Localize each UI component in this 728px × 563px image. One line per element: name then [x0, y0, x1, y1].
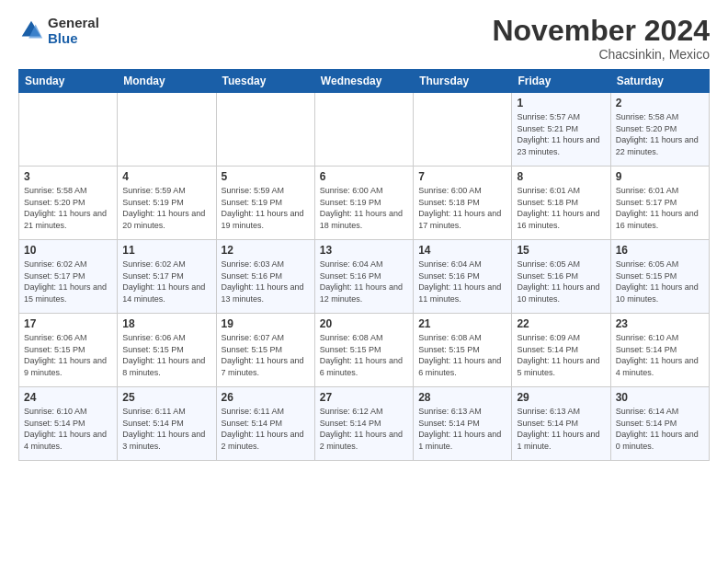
day-number: 17: [24, 317, 112, 330]
day-info: Sunrise: 5:59 AM Sunset: 5:19 PM Dayligh…: [222, 185, 310, 231]
day-info: Sunrise: 6:04 AM Sunset: 5:16 PM Dayligh…: [320, 259, 408, 304]
table-cell: 15Sunrise: 6:05 AM Sunset: 5:16 PM Dayli…: [512, 240, 610, 314]
table-cell: 22Sunrise: 6:09 AM Sunset: 5:14 PM Dayli…: [512, 314, 610, 387]
col-thursday: Thursday: [414, 70, 512, 93]
day-number: 8: [517, 170, 605, 183]
day-number: 7: [418, 170, 506, 183]
day-info: Sunrise: 6:00 AM Sunset: 5:19 PM Dayligh…: [320, 185, 408, 231]
day-info: Sunrise: 5:58 AM Sunset: 5:20 PM Dayligh…: [24, 185, 112, 231]
calendar-header-row: Sunday Monday Tuesday Wednesday Thursday…: [19, 70, 710, 93]
logo: General Blue: [18, 15, 99, 46]
day-number: 2: [616, 97, 704, 109]
week-row-4: 17Sunrise: 6:06 AM Sunset: 5:15 PM Dayli…: [19, 314, 710, 387]
table-cell: 12Sunrise: 6:03 AM Sunset: 5:16 PM Dayli…: [216, 240, 314, 314]
day-info: Sunrise: 6:10 AM Sunset: 5:14 PM Dayligh…: [24, 406, 112, 452]
header: General Blue November 2024 Chacsinkin, M…: [18, 15, 710, 62]
table-cell: [19, 93, 118, 167]
day-number: 22: [517, 317, 605, 330]
col-tuesday: Tuesday: [216, 70, 314, 93]
day-info: Sunrise: 6:06 AM Sunset: 5:15 PM Dayligh…: [122, 332, 210, 378]
day-number: 11: [122, 244, 210, 257]
day-number: 13: [320, 244, 408, 257]
table-cell: [216, 93, 314, 167]
day-info: Sunrise: 6:05 AM Sunset: 5:15 PM Dayligh…: [616, 259, 704, 304]
table-cell: 28Sunrise: 6:13 AM Sunset: 5:14 PM Dayli…: [414, 387, 512, 461]
day-info: Sunrise: 6:10 AM Sunset: 5:14 PM Dayligh…: [616, 332, 704, 378]
day-info: Sunrise: 6:02 AM Sunset: 5:17 PM Dayligh…: [122, 259, 210, 304]
day-number: 25: [122, 391, 210, 404]
day-info: Sunrise: 6:11 AM Sunset: 5:14 PM Dayligh…: [122, 406, 210, 452]
day-info: Sunrise: 5:59 AM Sunset: 5:19 PM Dayligh…: [122, 185, 210, 231]
day-number: 4: [122, 170, 210, 183]
day-number: 18: [122, 317, 210, 330]
day-info: Sunrise: 6:01 AM Sunset: 5:17 PM Dayligh…: [616, 185, 704, 231]
day-number: 29: [517, 391, 605, 404]
table-cell: 25Sunrise: 6:11 AM Sunset: 5:14 PM Dayli…: [118, 387, 216, 461]
table-cell: 16Sunrise: 6:05 AM Sunset: 5:15 PM Dayli…: [610, 240, 709, 314]
day-number: 19: [222, 317, 310, 330]
month-title: November 2024: [492, 15, 710, 47]
table-cell: [314, 93, 413, 167]
day-number: 21: [418, 317, 506, 330]
day-info: Sunrise: 6:14 AM Sunset: 5:14 PM Dayligh…: [616, 406, 704, 452]
day-info: Sunrise: 6:04 AM Sunset: 5:16 PM Dayligh…: [418, 259, 506, 304]
logo-text: General Blue: [48, 15, 99, 46]
table-cell: 20Sunrise: 6:08 AM Sunset: 5:15 PM Dayli…: [314, 314, 413, 387]
table-cell: 4Sunrise: 5:59 AM Sunset: 5:19 PM Daylig…: [118, 167, 216, 240]
day-number: 15: [517, 244, 605, 257]
table-cell: 29Sunrise: 6:13 AM Sunset: 5:14 PM Dayli…: [512, 387, 610, 461]
page: General Blue November 2024 Chacsinkin, M…: [0, 0, 728, 563]
day-info: Sunrise: 6:11 AM Sunset: 5:14 PM Dayligh…: [222, 406, 310, 452]
week-row-2: 3Sunrise: 5:58 AM Sunset: 5:20 PM Daylig…: [19, 167, 710, 240]
table-cell: 3Sunrise: 5:58 AM Sunset: 5:20 PM Daylig…: [19, 167, 118, 240]
table-cell: 24Sunrise: 6:10 AM Sunset: 5:14 PM Dayli…: [19, 387, 118, 461]
table-cell: 18Sunrise: 6:06 AM Sunset: 5:15 PM Dayli…: [118, 314, 216, 387]
day-info: Sunrise: 6:05 AM Sunset: 5:16 PM Dayligh…: [517, 259, 605, 304]
table-cell: [414, 93, 512, 167]
day-number: 20: [320, 317, 408, 330]
col-monday: Monday: [118, 70, 216, 93]
day-number: 10: [24, 244, 112, 257]
day-info: Sunrise: 6:09 AM Sunset: 5:14 PM Dayligh…: [517, 332, 605, 378]
day-info: Sunrise: 6:08 AM Sunset: 5:15 PM Dayligh…: [418, 332, 506, 378]
day-number: 26: [222, 391, 310, 404]
day-info: Sunrise: 6:03 AM Sunset: 5:16 PM Dayligh…: [222, 259, 310, 304]
table-cell: 30Sunrise: 6:14 AM Sunset: 5:14 PM Dayli…: [610, 387, 709, 461]
day-info: Sunrise: 5:57 AM Sunset: 5:21 PM Dayligh…: [517, 111, 605, 157]
day-info: Sunrise: 6:06 AM Sunset: 5:15 PM Dayligh…: [24, 332, 112, 378]
day-info: Sunrise: 5:58 AM Sunset: 5:20 PM Dayligh…: [616, 111, 704, 157]
table-cell: 26Sunrise: 6:11 AM Sunset: 5:14 PM Dayli…: [216, 387, 314, 461]
table-cell: 7Sunrise: 6:00 AM Sunset: 5:18 PM Daylig…: [414, 167, 512, 240]
day-info: Sunrise: 6:13 AM Sunset: 5:14 PM Dayligh…: [418, 406, 506, 452]
day-number: 30: [616, 391, 704, 404]
table-cell: 23Sunrise: 6:10 AM Sunset: 5:14 PM Dayli…: [610, 314, 709, 387]
day-number: 23: [616, 317, 704, 330]
table-cell: 10Sunrise: 6:02 AM Sunset: 5:17 PM Dayli…: [19, 240, 118, 314]
table-cell: 17Sunrise: 6:06 AM Sunset: 5:15 PM Dayli…: [19, 314, 118, 387]
col-sunday: Sunday: [19, 70, 118, 93]
logo-icon: [18, 17, 44, 43]
table-cell: 13Sunrise: 6:04 AM Sunset: 5:16 PM Dayli…: [314, 240, 413, 314]
day-number: 28: [418, 391, 506, 404]
day-info: Sunrise: 6:01 AM Sunset: 5:18 PM Dayligh…: [517, 185, 605, 231]
calendar-table: Sunday Monday Tuesday Wednesday Thursday…: [18, 69, 710, 461]
day-number: 3: [24, 170, 112, 183]
table-cell: 21Sunrise: 6:08 AM Sunset: 5:15 PM Dayli…: [414, 314, 512, 387]
table-cell: 5Sunrise: 5:59 AM Sunset: 5:19 PM Daylig…: [216, 167, 314, 240]
location: Chacsinkin, Mexico: [492, 47, 710, 62]
table-cell: 2Sunrise: 5:58 AM Sunset: 5:20 PM Daylig…: [610, 93, 709, 167]
day-info: Sunrise: 6:13 AM Sunset: 5:14 PM Dayligh…: [517, 406, 605, 452]
table-cell: 6Sunrise: 6:00 AM Sunset: 5:19 PM Daylig…: [314, 167, 413, 240]
week-row-1: 1Sunrise: 5:57 AM Sunset: 5:21 PM Daylig…: [19, 93, 710, 167]
day-info: Sunrise: 6:00 AM Sunset: 5:18 PM Dayligh…: [418, 185, 506, 231]
table-cell: [118, 93, 216, 167]
col-saturday: Saturday: [610, 70, 709, 93]
table-cell: 27Sunrise: 6:12 AM Sunset: 5:14 PM Dayli…: [314, 387, 413, 461]
table-cell: 8Sunrise: 6:01 AM Sunset: 5:18 PM Daylig…: [512, 167, 610, 240]
week-row-3: 10Sunrise: 6:02 AM Sunset: 5:17 PM Dayli…: [19, 240, 710, 314]
day-number: 9: [616, 170, 704, 183]
logo-blue: Blue: [48, 30, 99, 46]
day-info: Sunrise: 6:07 AM Sunset: 5:15 PM Dayligh…: [222, 332, 310, 378]
table-cell: 11Sunrise: 6:02 AM Sunset: 5:17 PM Dayli…: [118, 240, 216, 314]
table-cell: 14Sunrise: 6:04 AM Sunset: 5:16 PM Dayli…: [414, 240, 512, 314]
